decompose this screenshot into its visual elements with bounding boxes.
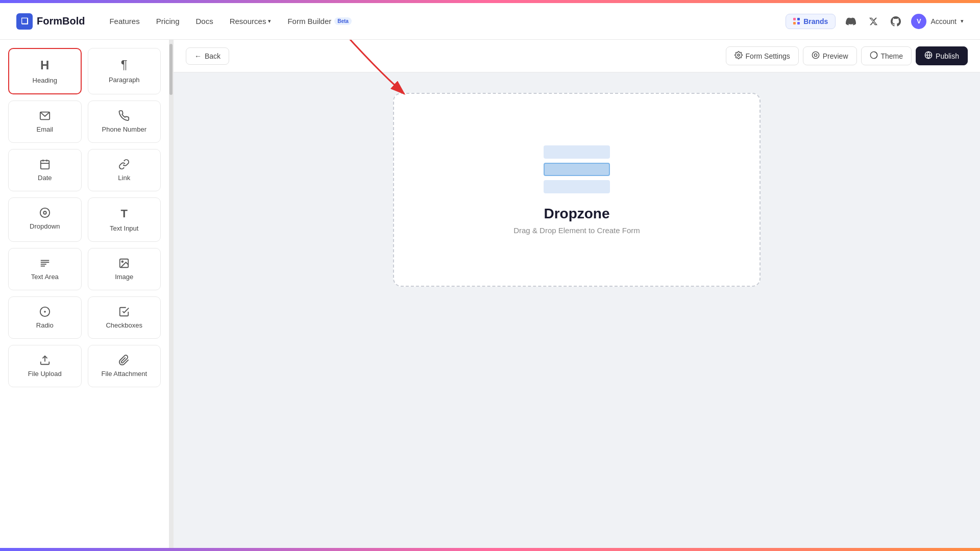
paragraph-icon: ¶ — [121, 58, 128, 72]
file-attachment-icon — [118, 355, 130, 366]
heading-icon: H — [40, 58, 49, 72]
sidebar: H Heading ¶ Paragraph Email — [0, 40, 174, 548]
back-button[interactable]: ← Back — [186, 47, 229, 65]
sidebar-item-label: Radio — [36, 321, 54, 329]
brands-icon — [793, 18, 800, 25]
radio-icon — [39, 306, 51, 317]
theme-icon — [870, 51, 878, 61]
canvas: Dropzone Drag & Drop Element to Create F… — [174, 72, 980, 548]
sidebar-item-text-area[interactable]: Text Area — [8, 248, 82, 290]
sidebar-item-link[interactable]: Link — [88, 149, 161, 191]
sidebar-item-label: Heading — [33, 77, 57, 84]
chevron-down-icon: ▾ — [268, 18, 271, 24]
svg-rect-1 — [41, 161, 50, 169]
dropdown-icon — [39, 207, 51, 218]
svg-point-12 — [122, 261, 124, 262]
sidebar-item-file-attachment[interactable]: File Attachment — [88, 345, 161, 387]
avatar: V — [911, 14, 926, 29]
svg-point-16 — [738, 54, 740, 56]
svg-point-5 — [40, 208, 50, 217]
sidebar-item-label: File Attachment — [101, 370, 147, 378]
brands-button[interactable]: Brands — [786, 14, 836, 29]
sidebar-item-image[interactable]: Image — [88, 248, 161, 290]
sidebar-item-label: Phone Number — [102, 126, 146, 133]
form-builder-label: Form Builder — [287, 17, 331, 26]
file-upload-icon — [39, 355, 51, 366]
navbar: ❏ FormBold Features Pricing Docs Resourc… — [0, 3, 980, 40]
sidebar-item-label: Checkboxes — [106, 321, 142, 329]
nav-links: Features Pricing Docs Resources ▾ Form B… — [109, 17, 786, 26]
publish-icon — [924, 51, 933, 61]
dropzone-container[interactable]: Dropzone Drag & Drop Element to Create F… — [393, 93, 761, 287]
sidebar-item-text-input[interactable]: T Text Input — [88, 197, 161, 242]
theme-label: Theme — [881, 52, 903, 60]
sidebar-item-file-upload[interactable]: File Upload — [8, 345, 82, 387]
twitter-icon[interactable] — [866, 14, 880, 29]
text-input-icon: T — [121, 207, 128, 220]
publish-button[interactable]: Publish — [916, 46, 968, 65]
chevron-down-icon: ▾ — [961, 18, 964, 24]
features-link[interactable]: Features — [109, 17, 139, 26]
toolbar: ← Back Form Settings — [174, 40, 980, 72]
resources-label: Resources — [230, 17, 266, 26]
settings-icon — [734, 51, 743, 61]
date-icon — [39, 159, 51, 170]
discord-icon[interactable] — [844, 14, 858, 29]
sidebar-item-radio[interactable]: Radio — [8, 296, 82, 339]
sidebar-item-label: Paragraph — [109, 76, 140, 84]
dropzone-subtitle: Drag & Drop Element to Create Form — [513, 226, 640, 235]
sidebar-grid: H Heading ¶ Paragraph Email — [0, 40, 173, 395]
pricing-link[interactable]: Pricing — [156, 17, 180, 26]
sidebar-item-label: Text Input — [110, 224, 138, 232]
logo-icon: ❏ — [16, 13, 33, 30]
sidebar-item-email[interactable]: Email — [8, 101, 82, 143]
sidebar-item-label: Date — [38, 174, 52, 182]
preview-bar-top — [544, 145, 610, 159]
logo[interactable]: ❏ FormBold — [16, 13, 85, 30]
sidebar-item-phone[interactable]: Phone Number — [88, 101, 161, 143]
email-icon — [39, 110, 51, 121]
theme-button[interactable]: Theme — [861, 46, 912, 65]
sidebar-item-label: Image — [115, 273, 133, 281]
form-settings-label: Form Settings — [746, 52, 790, 60]
svg-point-6 — [43, 211, 46, 214]
docs-link[interactable]: Docs — [196, 17, 213, 26]
sidebar-item-checkboxes[interactable]: Checkboxes — [88, 296, 161, 339]
svg-point-18 — [814, 54, 817, 56]
svg-point-14 — [44, 311, 45, 312]
preview-label: Preview — [823, 52, 848, 60]
svg-point-17 — [812, 52, 819, 58]
preview-button[interactable]: Preview — [803, 46, 857, 65]
sidebar-item-date[interactable]: Date — [8, 149, 82, 191]
dropzone-preview — [544, 145, 610, 193]
resources-link[interactable]: Resources ▾ — [230, 17, 272, 26]
publish-label: Publish — [936, 52, 959, 60]
phone-icon — [118, 110, 130, 121]
sidebar-item-label: Link — [118, 174, 130, 182]
logo-text: FormBold — [37, 15, 85, 27]
preview-bar-bottom — [544, 180, 610, 193]
form-builder-link[interactable]: Form Builder Beta — [287, 17, 352, 26]
preview-icon — [812, 51, 820, 61]
link-icon — [118, 159, 130, 170]
image-icon — [118, 258, 130, 269]
sidebar-item-paragraph[interactable]: ¶ Paragraph — [88, 48, 161, 94]
text-area-icon — [39, 258, 51, 269]
beta-badge: Beta — [334, 17, 352, 25]
sidebar-item-label: Text Area — [31, 273, 59, 281]
nav-right: Brands V Account ▾ — [786, 14, 964, 29]
form-settings-button[interactable]: Form Settings — [726, 46, 799, 65]
back-arrow-icon: ← — [194, 52, 202, 60]
preview-bar-middle — [544, 163, 610, 176]
sidebar-item-dropdown[interactable]: Dropdown — [8, 197, 82, 242]
github-icon[interactable] — [889, 14, 903, 29]
account-button[interactable]: V Account ▾ — [911, 14, 964, 29]
brands-label: Brands — [803, 17, 828, 26]
sidebar-item-heading[interactable]: H Heading — [8, 48, 82, 94]
dropzone-title: Dropzone — [544, 206, 609, 222]
toolbar-right: Form Settings Preview — [726, 46, 968, 65]
sidebar-item-label: Dropdown — [30, 222, 60, 230]
back-label: Back — [205, 52, 220, 60]
sidebar-item-label: Email — [36, 126, 53, 133]
content-area: ← Back Form Settings — [174, 40, 980, 548]
